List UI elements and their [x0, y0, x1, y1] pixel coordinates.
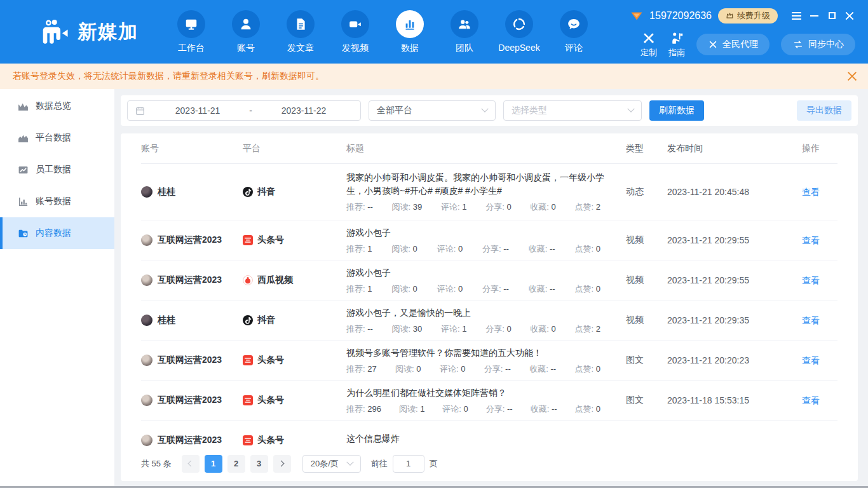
page-size-select[interactable]: 20条/页: [302, 455, 361, 473]
sidebar: 数据总览 平台数据 员工数据 账号数据 内容数据: [0, 89, 114, 488]
account-name: 桂桂: [158, 186, 175, 198]
view-link[interactable]: 查看: [802, 275, 820, 285]
menu-icon[interactable]: [790, 10, 802, 22]
post-type: 动态: [626, 186, 667, 198]
chevron-down-icon: [481, 105, 488, 112]
stat-item: 分享--: [482, 243, 509, 255]
date-start[interactable]: 2023-11-21: [149, 105, 247, 116]
action-cell: 查看: [802, 315, 837, 327]
alert-close-icon[interactable]: [846, 71, 858, 82]
stat-item: 点赞0: [575, 243, 600, 255]
page-button-2[interactable]: 2: [227, 455, 245, 473]
title-cell: 视频号多账号管理软件？你需要知道的五大功能！ 推荐27阅读0评论0分享--收藏-…: [346, 346, 626, 375]
view-link[interactable]: 查看: [802, 187, 820, 197]
view-link[interactable]: 查看: [802, 315, 820, 325]
post-type: 视频: [626, 234, 667, 246]
sidebar-item-4[interactable]: 内容数据: [0, 217, 114, 249]
title-cell: 这个信息爆炸: [346, 432, 626, 447]
close-icon[interactable]: [844, 10, 855, 22]
platform-name: 头条号: [257, 395, 284, 406]
sidebar-item-2[interactable]: 员工数据: [0, 154, 114, 186]
quick-action-custom[interactable]: 定制: [641, 31, 657, 58]
alert-banner: 若账号登录失效，将无法统计最新数据，请重新登录相关账号，刷新数据即可。: [0, 64, 868, 89]
next-page-button[interactable]: [273, 455, 291, 473]
account-name: 互联网运营2023: [158, 355, 222, 366]
stat-item: 评论0: [440, 363, 465, 375]
page-button-3[interactable]: 3: [250, 455, 268, 473]
table-body: 桂桂 抖音 我家的小帅哥和小调皮蛋。我家的小帅哥和小调皮蛋，一年级小学生，小男孩…: [141, 164, 837, 446]
chevron-down-icon: [627, 105, 634, 112]
stat-item: 评论1: [441, 323, 466, 335]
sidebar-item-label: 平台数据: [36, 132, 71, 144]
nav-item-workbench[interactable]: 工作台: [173, 10, 210, 54]
sidebar-item-label: 数据总览: [36, 100, 71, 112]
nav-item-label: 账号: [237, 43, 255, 54]
nav-item-data[interactable]: 数据: [391, 10, 428, 54]
nav-item-deepseek[interactable]: DeepSeek: [501, 10, 538, 54]
minimize-icon[interactable]: [808, 10, 820, 22]
page-button-1[interactable]: 1: [205, 455, 222, 473]
prev-page-button[interactable]: [182, 455, 200, 473]
sidebar-item-3[interactable]: 账号数据: [0, 186, 114, 217]
post-stats: 推荐--阅读39评论1分享0收藏0点赞2: [346, 201, 600, 213]
stat-item: 阅读1: [399, 403, 424, 415]
account-name: 桂桂: [158, 315, 175, 326]
view-link[interactable]: 查看: [802, 395, 820, 405]
refresh-data-button[interactable]: 刷新数据: [649, 100, 704, 121]
date-range-picker[interactable]: 2023-11-21 - 2023-11-22: [127, 100, 361, 121]
stat-item: 收藏--: [529, 363, 556, 375]
platform-select[interactable]: 全部平台: [369, 100, 496, 121]
view-link[interactable]: 查看: [802, 355, 820, 365]
nav-item-article[interactable]: 发文章: [282, 10, 319, 54]
post-stats: 推荐--阅读30评论1分享0收藏0点赞2: [346, 323, 600, 335]
custom-icon: [642, 31, 656, 45]
account-cell: 桂桂: [141, 315, 243, 326]
view-link[interactable]: 查看: [802, 235, 820, 245]
post-title: 游戏小包子: [346, 226, 626, 240]
post-stats: 推荐296阅读1评论0分享--收藏--点赞0: [346, 403, 600, 415]
nav-item-comment[interactable]: 评论: [555, 10, 592, 54]
pill-button-label: 全民代理: [722, 39, 758, 50]
sidebar-item-1[interactable]: 平台数据: [0, 122, 114, 154]
calendar-icon: [135, 106, 145, 116]
crown-icon: [726, 11, 734, 20]
nav-item-label: DeepSeek: [498, 43, 539, 53]
platform-name: 头条号: [257, 355, 284, 366]
post-stats: 推荐27阅读0评论0分享--收藏--点赞0: [346, 363, 600, 375]
app-header: 新媒加 工作台 账号 发文章 发视频 数据 团队 DeepSeek 评论: [0, 0, 868, 64]
stat-item: 点赞2: [575, 323, 600, 335]
action-cell: 查看: [802, 355, 837, 367]
maximize-icon[interactable]: [826, 10, 837, 22]
agent-button[interactable]: 全民代理: [696, 34, 770, 55]
publish-time: 2023-11-21 20:45:48: [667, 187, 802, 197]
action-cell: 查看: [802, 186, 837, 198]
title-cell: 游戏小包子，又是愉快的一晚上 推荐--阅读30评论1分享0收藏0点赞2: [346, 306, 626, 335]
account-phone[interactable]: 15972092636: [649, 10, 712, 22]
stat-item: 阅读39: [392, 201, 423, 213]
nav-item-video[interactable]: 发视频: [337, 10, 374, 54]
sync-button[interactable]: 同步中心: [781, 34, 855, 55]
type-select[interactable]: 选择类型: [503, 100, 642, 121]
stat-item: 点赞0: [575, 403, 600, 415]
content-data-icon: [18, 228, 29, 239]
export-data-button[interactable]: 导出数据: [797, 100, 851, 121]
goto-label: 前往: [371, 458, 388, 470]
guide-icon: [670, 31, 684, 45]
platform-name: 头条号: [257, 435, 284, 446]
stat-item: 收藏0: [530, 201, 555, 213]
nav-item-team[interactable]: 团队: [446, 10, 483, 54]
date-end[interactable]: 2023-11-22: [255, 105, 353, 116]
publish-time: 2023-11-21 20:29:55: [667, 235, 802, 245]
goto-page-input[interactable]: [393, 455, 424, 473]
stat-item: 阅读0: [391, 283, 417, 295]
logo-text: 新媒加: [78, 19, 139, 45]
post-title: 为什么明星们都在做社交媒体矩阵营销？: [346, 386, 626, 400]
stat-item: 评论0: [437, 283, 463, 295]
stat-item: 收藏0: [530, 323, 555, 335]
renew-upgrade-badge[interactable]: 续费升级: [718, 8, 778, 24]
title-cell: 为什么明星们都在做社交媒体矩阵营销？ 推荐296阅读1评论0分享--收藏--点赞…: [346, 386, 626, 415]
sidebar-item-0[interactable]: 数据总览: [0, 90, 114, 122]
quick-action-guide[interactable]: 指南: [668, 31, 685, 58]
douyin-icon: [243, 187, 253, 197]
nav-item-account[interactable]: 账号: [227, 10, 264, 54]
